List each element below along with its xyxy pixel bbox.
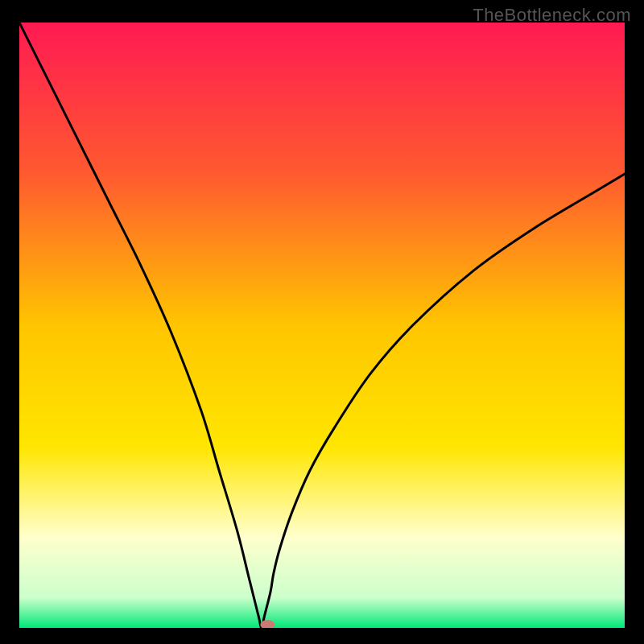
- chart-svg: [19, 23, 625, 628]
- chart-frame: TheBottleneck.com: [0, 0, 644, 644]
- watermark-text: TheBottleneck.com: [473, 5, 631, 26]
- plot-area: [19, 23, 625, 628]
- gradient-background: [19, 23, 625, 628]
